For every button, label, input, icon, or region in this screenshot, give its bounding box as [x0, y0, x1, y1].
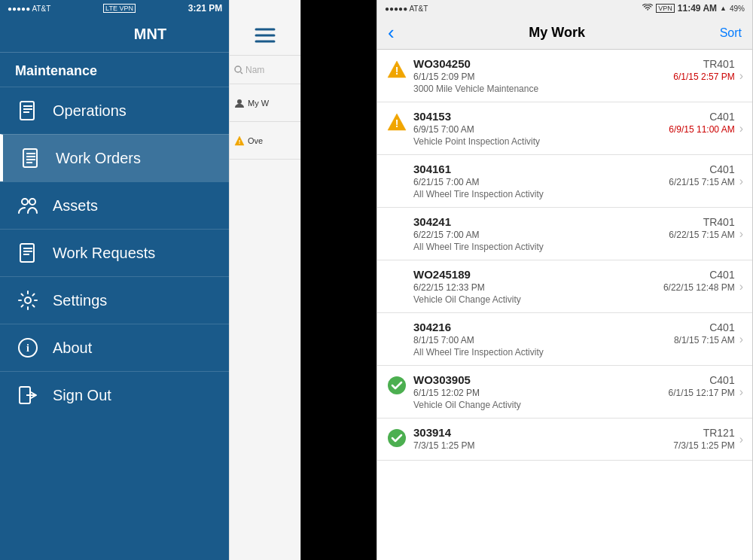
work-item-content: WO303905 C401 6/1/15 12:02 PM 6/1/15 12:… — [413, 373, 735, 410]
overlay-tab1-text: My W — [248, 99, 269, 108]
work-item-content: 303914 TR121 7/3/15 1:25 PM 7/3/15 1:25 … — [413, 426, 735, 452]
chevron-right-icon: › — [739, 333, 743, 346]
location-icon: ▲ — [720, 5, 727, 12]
work-item-date-end: 6/1/15 2:57 PM — [673, 72, 734, 82]
work-requests-icon — [15, 240, 41, 266]
work-item-id: 304216 — [413, 321, 451, 333]
work-item[interactable]: 304216 C401 8/1/15 7:00 AM 8/1/15 7:15 A… — [377, 313, 752, 366]
work-item-date-end: 6/9/15 11:00 AM — [669, 124, 734, 135]
work-item-status-icon: ! — [386, 111, 407, 132]
work-orders-icon — [18, 145, 44, 171]
work-item-status-icon — [386, 375, 407, 396]
time-right: 11:49 AM — [678, 3, 717, 14]
nav-bar: ‹ My Work Sort — [377, 17, 752, 50]
right-phone: ●●●●● AT&T VPN 11:49 AM ▲ 49% ‹ My Work … — [376, 0, 753, 560]
operations-label: Operations — [53, 102, 127, 120]
chevron-right-icon: › — [739, 69, 743, 83]
work-item-date-start: 6/21/15 7:00 AM — [413, 177, 479, 187]
overlay-tab2-text: Ove — [248, 136, 263, 145]
status-bar-right: ●●●●● AT&T VPN 11:49 AM ▲ 49% — [377, 0, 752, 17]
work-item[interactable]: ! WO304250 TR401 6/1/15 2:09 PM 6/1/15 2… — [377, 50, 752, 102]
work-item-status-icon: ! — [386, 59, 407, 80]
work-item[interactable]: WO245189 C401 6/22/15 12:33 PM 6/22/15 1… — [377, 260, 752, 313]
work-item-code: TR121 — [703, 427, 735, 439]
time-left: 3:21 PM — [188, 3, 222, 14]
work-list: ! WO304250 TR401 6/1/15 2:09 PM 6/1/15 2… — [377, 50, 752, 560]
carrier-left: ●●●●● AT&T — [8, 5, 50, 13]
work-item-date-start: 8/1/15 7:00 AM — [413, 335, 474, 345]
work-item-code: C401 — [709, 111, 734, 123]
network-right: VPN — [656, 4, 675, 13]
svg-line-24 — [241, 72, 243, 74]
svg-point-9 — [22, 199, 28, 205]
svg-text:!: ! — [395, 117, 399, 129]
work-item-status-icon — [386, 428, 407, 449]
sort-button[interactable]: Sort — [720, 26, 742, 40]
chevron-right-icon: › — [739, 433, 743, 446]
work-item-date-start: 6/1/15 12:02 PM — [413, 388, 480, 398]
work-item-date-start: 7/3/15 1:25 PM — [413, 440, 474, 451]
overlay-status-bar — [230, 0, 300, 17]
work-item-id: 304241 — [413, 215, 451, 228]
work-item-date-start: 6/1/15 2:09 PM — [413, 72, 474, 82]
work-requests-label: Work Requests — [53, 245, 155, 262]
work-item-content: 304241 TR401 6/22/15 7:00 AM 6/22/15 7:1… — [413, 215, 735, 252]
work-item-date-end: 6/21/15 7:15 AM — [669, 177, 734, 187]
svg-rect-4 — [23, 149, 37, 167]
battery-right: 49% — [730, 5, 745, 13]
svg-point-25 — [237, 99, 242, 104]
overlay-menu-icon[interactable] — [230, 17, 300, 56]
svg-text:!: ! — [395, 65, 399, 77]
work-item-content: 304216 C401 8/1/15 7:00 AM 8/1/15 7:15 A… — [413, 321, 735, 358]
partial-overlay: Nam My W ! Ove — [229, 0, 300, 560]
work-item-date-start: 6/22/15 12:33 PM — [413, 282, 485, 293]
chevron-right-icon: › — [739, 227, 743, 241]
settings-icon — [15, 288, 41, 313]
chevron-right-icon: › — [739, 175, 743, 188]
work-item-desc: Vehicle Oil Change Activity — [413, 400, 735, 410]
wifi-icon — [642, 4, 653, 13]
work-item-id: 304161 — [413, 163, 451, 175]
assets-label: Assets — [53, 197, 98, 215]
svg-rect-0 — [20, 102, 34, 120]
work-item-date-end: 7/3/15 1:25 PM — [673, 440, 734, 451]
work-item-desc: All Wheel Tire Inspection Activity — [413, 189, 735, 199]
work-item-code: C401 — [709, 374, 734, 386]
work-item-id: WO304250 — [413, 57, 471, 70]
carrier-right: ●●●●● AT&T — [385, 5, 428, 13]
svg-point-23 — [235, 66, 241, 72]
overlay-tab-overdue[interactable]: ! Ove — [230, 122, 300, 160]
work-item-desc: Vehicle Oil Change Activity — [413, 294, 735, 305]
back-button[interactable]: ‹ — [388, 21, 395, 44]
work-item-code: C401 — [709, 321, 734, 333]
work-item-status-icon — [386, 164, 407, 185]
work-item-date-end: 6/1/15 12:17 PM — [669, 388, 735, 398]
svg-point-32 — [388, 376, 406, 394]
svg-point-10 — [29, 199, 35, 205]
work-item[interactable]: 304241 TR401 6/22/15 7:00 AM 6/22/15 7:1… — [377, 208, 752, 260]
work-item[interactable]: 303914 TR121 7/3/15 1:25 PM 7/3/15 1:25 … — [377, 418, 752, 461]
left-phone: ●●●●● AT&T LTE VPN 3:21 PM ▮▮▮▮ MNT Main… — [0, 0, 301, 560]
work-orders-label: Work Orders — [56, 150, 141, 167]
work-item-status-icon — [386, 269, 407, 291]
overlay-tab-mywork[interactable]: My W — [230, 84, 300, 122]
work-item-code: TR401 — [703, 58, 735, 70]
work-item[interactable]: 304161 C401 6/21/15 7:00 AM 6/21/15 7:15… — [377, 155, 752, 208]
page-title: My Work — [529, 25, 585, 41]
work-item-date-end: 6/22/15 7:15 AM — [669, 230, 734, 240]
operations-icon — [15, 98, 41, 123]
work-item-desc: All Wheel Tire Inspection Activity — [413, 347, 735, 358]
svg-point-15 — [25, 297, 31, 303]
work-item-id: 303914 — [413, 426, 451, 439]
work-item-content: WO304250 TR401 6/1/15 2:09 PM 6/1/15 2:5… — [413, 57, 735, 94]
work-item-date-end: 6/22/15 12:48 PM — [663, 282, 735, 293]
work-item-code: C401 — [709, 269, 734, 281]
work-item[interactable]: WO303905 C401 6/1/15 12:02 PM 6/1/15 12:… — [377, 366, 752, 418]
overlay-search[interactable]: Nam — [230, 56, 300, 84]
assets-icon — [15, 193, 41, 218]
sign-out-label: Sign Out — [53, 387, 111, 404]
work-item-status-icon — [386, 322, 407, 343]
work-item-content: WO245189 C401 6/22/15 12:33 PM 6/22/15 1… — [413, 268, 735, 305]
work-item[interactable]: ! 304153 C401 6/9/15 7:00 AM 6/9/15 11:0… — [377, 102, 752, 155]
work-item-code: C401 — [709, 163, 734, 175]
